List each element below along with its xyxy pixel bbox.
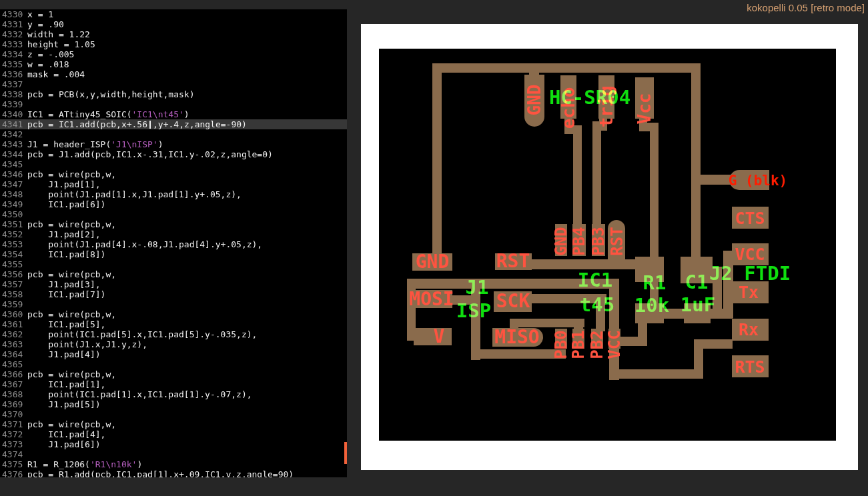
- line-number: 4339: [0, 99, 25, 109]
- code-line-4355[interactable]: 4355: [0, 259, 347, 269]
- line-number: 4332: [0, 29, 25, 39]
- code-text: pcb = wire(pcb,w,: [27, 269, 116, 279]
- code-text: height = 1.05: [27, 39, 95, 49]
- code-line-4365[interactable]: 4365: [0, 359, 347, 369]
- code-line-4341[interactable]: 4341pcb = IC1.add(pcb,x+.56,y+.4,z,angle…: [0, 119, 347, 129]
- scrollbar-marker[interactable]: [344, 442, 347, 464]
- code-line-4370[interactable]: 4370: [0, 409, 347, 419]
- code-line-4374[interactable]: 4374: [0, 449, 347, 459]
- code-plain: J1.pad[6]): [27, 439, 101, 449]
- code-line-4371[interactable]: 4371pcb = wire(pcb,w,: [0, 419, 347, 429]
- code-text: IC1.pad[7]): [27, 289, 105, 299]
- code-line-4362[interactable]: 4362 point(IC1.pad[5].x,IC1.pad[5].y-.03…: [0, 329, 347, 339]
- code-plain: pcb = wire(pcb,w,: [27, 169, 116, 179]
- code-plain: mask = .004: [27, 69, 85, 79]
- code-plain: w = .018: [27, 59, 69, 69]
- code-line-4357[interactable]: 4357 J1.pad[3],: [0, 279, 347, 289]
- code-line-4364[interactable]: 4364 J1.pad[4]): [0, 349, 347, 359]
- code-line-4359[interactable]: 4359: [0, 299, 347, 309]
- code-line-4335[interactable]: 4335w = .018: [0, 59, 347, 69]
- line-number: 4360: [0, 309, 25, 319]
- code-text: pcb = wire(pcb,w,: [27, 369, 116, 379]
- code-plain: J1.pad[2],: [27, 229, 101, 239]
- pad-label-g-blk-: G (blk): [729, 174, 788, 188]
- code-plain: width = 1.22: [27, 29, 90, 39]
- line-number: 4342: [0, 129, 25, 139]
- code-line-4342[interactable]: 4342: [0, 129, 347, 139]
- code-line-4331[interactable]: 4331y = .90: [0, 19, 347, 29]
- code-plain: IC1.pad[4],: [27, 429, 105, 439]
- line-number: 4356: [0, 269, 25, 279]
- code-line-4347[interactable]: 4347 J1.pad[1],: [0, 179, 347, 189]
- code-editor[interactable]: 4330x = 14331y = .904332width = 1.224333…: [0, 9, 347, 477]
- code-text: IC1.pad[6]): [27, 199, 105, 209]
- code-line-4361[interactable]: 4361 IC1.pad[5],: [0, 319, 347, 329]
- code-string: 'IC1\nt45': [132, 109, 184, 119]
- code-line-4354[interactable]: 4354 IC1.pad[8]): [0, 249, 347, 259]
- code-line-4337[interactable]: 4337: [0, 79, 347, 89]
- code-line-4330[interactable]: 4330x = 1: [0, 9, 347, 19]
- code-plain: pcb = R1.add(pcb,IC1.pad[1].x+.09,IC1.y,…: [27, 469, 294, 477]
- code-plain: IC1.pad[5],: [27, 319, 105, 329]
- code-text: point(IC1.pad[5].x,IC1.pad[5].y-.035,z),: [27, 329, 257, 339]
- pad-label-vcc: VCC: [606, 330, 622, 359]
- code-line-4336[interactable]: 4336mask = .004: [0, 69, 347, 79]
- code-line-4349[interactable]: 4349 IC1.pad[6]): [0, 199, 347, 209]
- code-line-4333[interactable]: 4333height = 1.05: [0, 39, 347, 49]
- code-line-4358[interactable]: 4358 IC1.pad[7]): [0, 289, 347, 299]
- code-text: J1 = header_ISP('J1\nISP'): [27, 139, 163, 149]
- code-text: point(J1.pad[1].x,J1.pad[1].y+.05,z),: [27, 189, 242, 199]
- code-line-4372[interactable]: 4372 IC1.pad[4],: [0, 429, 347, 439]
- pad-label-vcc: Vcc: [636, 93, 653, 125]
- code-line-4375[interactable]: 4375R1 = R_1206('R1\n10k'): [0, 459, 347, 469]
- code-line-4340[interactable]: 4340IC1 = ATtiny45_SOIC('IC1\nt45'): [0, 109, 347, 119]
- code-line-4346[interactable]: 4346pcb = wire(pcb,w,: [0, 169, 347, 179]
- code-line-4339[interactable]: 4339: [0, 99, 347, 109]
- code-line-4350[interactable]: 4350: [0, 209, 347, 219]
- line-number: 4344: [0, 149, 25, 159]
- pad-label-gnd: GND: [553, 227, 569, 255]
- code-line-4352[interactable]: 4352 J1.pad[2],: [0, 229, 347, 239]
- line-number: 4340: [0, 109, 25, 119]
- code-text: J1.pad[1],: [27, 179, 101, 189]
- code-line-4353[interactable]: 4353 point(J1.pad[4].x-.08,J1.pad[4].y+.…: [0, 239, 347, 249]
- code-text: mask = .004: [27, 69, 85, 79]
- pcb-canvas[interactable]: GNDRSTMOSISCKVMISOCTSVCCTxRxRTSG (blk)GN…: [361, 24, 858, 470]
- code-text: point(IC1.pad[1].x,IC1.pad[1].y-.07,z),: [27, 389, 252, 399]
- code-line-4343[interactable]: 4343J1 = header_ISP('J1\nISP'): [0, 139, 347, 149]
- component-label-10k: 10k: [634, 296, 669, 315]
- code-line-4363[interactable]: 4363 point(J1.x,J1.y,z),: [0, 339, 347, 349]
- code-plain: point(IC1.pad[5].x,IC1.pad[5].y-.035,z),: [27, 329, 257, 339]
- code-line-4369[interactable]: 4369 J1.pad[5]): [0, 399, 347, 409]
- component-label-hc-sr04: HC-SR04: [549, 88, 630, 107]
- code-text: J1.pad[3],: [27, 279, 101, 289]
- code-plain: IC1.pad[8]): [27, 249, 105, 259]
- code-line-4376[interactable]: 4376pcb = R1.add(pcb,IC1.pad[1].x+.09,IC…: [0, 469, 347, 477]
- code-line-4332[interactable]: 4332width = 1.22: [0, 29, 347, 39]
- code-text: R1 = R_1206('R1\n10k'): [27, 459, 142, 469]
- code-line-4334[interactable]: 4334z = -.005: [0, 49, 347, 59]
- code-line-4367[interactable]: 4367 IC1.pad[1],: [0, 379, 347, 389]
- code-line-4373[interactable]: 4373 J1.pad[6]): [0, 439, 347, 449]
- line-number: 4352: [0, 229, 25, 239]
- code-line-4351[interactable]: 4351pcb = wire(pcb,w,: [0, 219, 347, 229]
- copper-trace: [694, 339, 733, 349]
- code-string: 'R1\n10k': [90, 459, 137, 469]
- code-line-4360[interactable]: 4360pcb = wire(pcb,w,: [0, 309, 347, 319]
- code-text: IC1.pad[4],: [27, 429, 105, 439]
- code-line-4366[interactable]: 4366pcb = wire(pcb,w,: [0, 369, 347, 379]
- code-plain: point(IC1.pad[1].x,IC1.pad[1].y-.07,z),: [27, 389, 252, 399]
- code-line-4356[interactable]: 4356pcb = wire(pcb,w,: [0, 269, 347, 279]
- line-number: 4349: [0, 199, 25, 209]
- pad-label-pb1: PB1: [570, 330, 586, 359]
- code-text: point(J1.x,J1.y,z),: [27, 339, 147, 349]
- code-line-4344[interactable]: 4344pcb = J1.add(pcb,IC1.x-.31,IC1.y-.02…: [0, 149, 347, 159]
- pad-label-gnd: GND: [416, 253, 450, 271]
- code-line-4338[interactable]: 4338pcb = PCB(x,y,width,height,mask): [0, 89, 347, 99]
- code-line-4368[interactable]: 4368 point(IC1.pad[1].x,IC1.pad[1].y-.07…: [0, 389, 347, 399]
- code-plain: ): [184, 109, 189, 119]
- code-plain: pcb = IC1.add(pcb,x+.56: [27, 119, 147, 129]
- code-line-4348[interactable]: 4348 point(J1.pad[1].x,J1.pad[1].y+.05,z…: [0, 189, 347, 199]
- code-plain: J1.pad[5]): [27, 399, 101, 409]
- code-line-4345[interactable]: 4345: [0, 159, 347, 169]
